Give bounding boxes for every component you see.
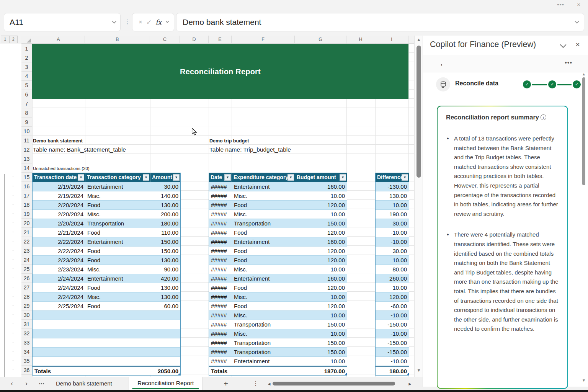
table-cell[interactable]: -60.00: [376, 302, 409, 310]
table-cell[interactable]: 150.00: [150, 237, 180, 246]
table-cell[interactable]: 2/21/2024: [33, 228, 85, 237]
table-cell[interactable]: [33, 338, 85, 347]
table-cell[interactable]: -130.00: [376, 182, 409, 191]
column-header-A[interactable]: A: [32, 36, 85, 43]
table-cell[interactable]: #####: [209, 274, 232, 283]
column-header-cell[interactable]: Expenditure category▾: [232, 173, 295, 182]
table-cell[interactable]: 140.00: [150, 191, 180, 200]
bank-table-name[interactable]: Table name: Bank_statement_table: [33, 146, 126, 153]
table-cell[interactable]: 130.00: [150, 292, 180, 301]
table-cell[interactable]: 2/19/2024: [33, 182, 85, 191]
chevron-down-icon[interactable]: [575, 19, 579, 23]
kebab-icon[interactable]: ⋮: [124, 18, 130, 25]
table-cell[interactable]: Transportation: [85, 219, 150, 228]
filter-dropdown-icon[interactable]: ▾: [78, 174, 84, 181]
table-cell[interactable]: -10.00: [376, 357, 409, 366]
table-cell[interactable]: [85, 357, 150, 366]
table-cell[interactable]: Entertainment: [85, 182, 150, 191]
column-header-C[interactable]: C: [150, 36, 180, 43]
window-close-icon[interactable]: ×: [577, 1, 580, 8]
row-header-14[interactable]: 14: [21, 163, 32, 173]
table-cell[interactable]: Food: [85, 228, 150, 237]
table-cell[interactable]: 10.00: [295, 265, 347, 274]
sheet-tab-reconciliation-report[interactable]: Reconciliation Report: [129, 377, 203, 390]
table-cell[interactable]: 150.00: [295, 320, 347, 329]
table-cell[interactable]: Entertainment: [232, 274, 295, 283]
column-header-E[interactable]: E: [209, 36, 232, 43]
table-cell[interactable]: Food: [85, 302, 150, 310]
table-cell[interactable]: Misc.: [232, 191, 295, 200]
panel-scrollbar[interactable]: ▲ ▼: [581, 72, 586, 384]
column-header-cell[interactable]: Date▾: [209, 173, 232, 182]
filter-dropdown-icon[interactable]: ▾: [224, 174, 231, 181]
column-header-F[interactable]: F: [232, 36, 295, 43]
row-header-26[interactable]: 26: [21, 274, 32, 283]
table-cell[interactable]: [150, 311, 180, 320]
table-cell[interactable]: -10.00: [376, 329, 409, 338]
table-cell[interactable]: #####: [209, 357, 232, 366]
table-cell[interactable]: 30.00: [150, 182, 180, 191]
table-cell[interactable]: Food: [232, 247, 295, 255]
scroll-up-icon[interactable]: ▲: [415, 37, 423, 42]
table-cell[interactable]: -10.00: [376, 237, 409, 246]
row-header-29[interactable]: 29: [21, 301, 32, 310]
table-resize-handle[interactable]: [345, 373, 347, 375]
table-cell[interactable]: Misc.: [232, 311, 295, 320]
table-cell[interactable]: 180.00: [150, 219, 180, 228]
row-header-27[interactable]: 27: [21, 283, 32, 292]
table-cell[interactable]: Food: [85, 256, 150, 265]
table-cell[interactable]: 110.00: [150, 228, 180, 237]
row-header-20[interactable]: 20: [21, 219, 32, 228]
select-all-corner[interactable]: [21, 36, 32, 43]
table-cell[interactable]: 120.00: [295, 247, 347, 255]
row-header-17[interactable]: 17: [21, 191, 32, 200]
table-cell[interactable]: 90.00: [150, 265, 180, 274]
table-cell[interactable]: 10.00: [295, 329, 347, 338]
copilot-close-icon[interactable]: ×: [575, 40, 580, 49]
row-header-22[interactable]: 22: [21, 237, 32, 246]
table-cell[interactable]: 10.00: [376, 201, 409, 209]
table-cell[interactable]: Food: [232, 201, 295, 209]
table-cell[interactable]: 200.00: [150, 210, 180, 219]
copilot-more-icon[interactable]: •••: [565, 59, 572, 66]
row-header-3[interactable]: 3: [21, 62, 32, 72]
totals-cell[interactable]: 2050.00: [150, 367, 180, 375]
table-cell[interactable]: 10.00: [295, 311, 347, 320]
table-cell[interactable]: Entertainment: [232, 357, 295, 366]
scroll-down-icon[interactable]: ▼: [415, 368, 423, 372]
table-cell[interactable]: #####: [209, 256, 232, 265]
row-header-15[interactable]: 15: [21, 173, 32, 182]
table-cell[interactable]: 30.00: [376, 247, 409, 255]
table-cell[interactable]: #####: [209, 302, 232, 310]
table-cell[interactable]: 2/23/2024: [33, 265, 85, 274]
table-cell[interactable]: 420.00: [150, 274, 180, 283]
table-cell[interactable]: 2/24/2024: [33, 283, 85, 292]
sheet-list-icon[interactable]: •••: [36, 377, 47, 390]
table-cell[interactable]: Food: [232, 283, 295, 292]
table-cell[interactable]: 2/25/2024: [33, 302, 85, 310]
table-cell[interactable]: 120.00: [295, 201, 347, 209]
table-cell[interactable]: 150.00: [295, 338, 347, 347]
cancel-icon[interactable]: ×: [139, 18, 142, 26]
table-cell[interactable]: Misc.: [85, 265, 150, 274]
table-cell[interactable]: #####: [209, 219, 232, 228]
filter-dropdown-icon[interactable]: ▾: [143, 174, 149, 181]
table-cell[interactable]: 160.00: [295, 237, 347, 246]
table-cell[interactable]: 2/24/2024: [33, 274, 85, 283]
table-cell[interactable]: Food: [232, 302, 295, 310]
outline-level-2[interactable]: 2: [10, 36, 18, 43]
table-resize-handle[interactable]: [178, 373, 180, 375]
totals-cell[interactable]: Totals: [209, 367, 232, 375]
table-cell[interactable]: 150.00: [150, 247, 180, 255]
back-arrow-icon[interactable]: ←: [439, 59, 448, 69]
table-cell[interactable]: 10.00: [295, 292, 347, 301]
table-cell[interactable]: 120.00: [295, 283, 347, 292]
row-header-28[interactable]: 28: [21, 292, 32, 301]
budget-table-title[interactable]: Demo trip budget: [209, 138, 249, 144]
table-cell[interactable]: #####: [209, 265, 232, 274]
row-header-2[interactable]: 2: [21, 53, 32, 62]
table-cell[interactable]: 10.00: [295, 191, 347, 200]
table-resize-handle[interactable]: [407, 373, 409, 375]
table-cell[interactable]: 150.00: [295, 219, 347, 228]
table-cell[interactable]: 2/24/2024: [33, 292, 85, 301]
